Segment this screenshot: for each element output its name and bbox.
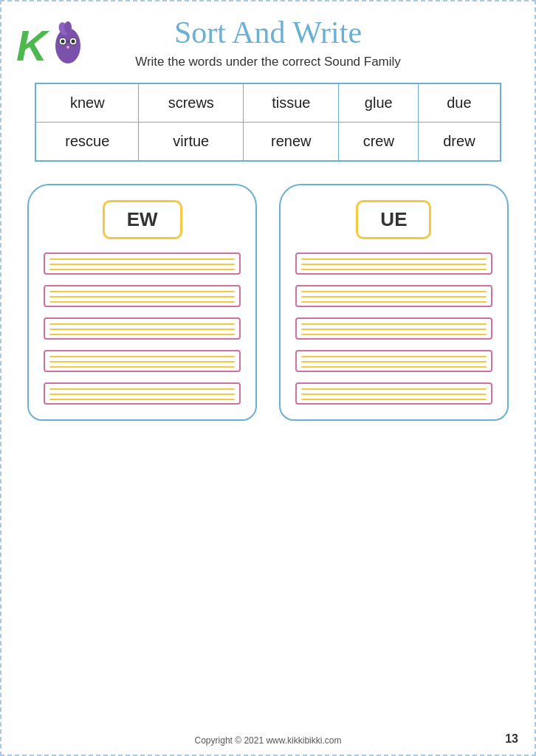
ew-panel: EW [27, 184, 257, 421]
write-box-ew-5[interactable] [44, 382, 241, 405]
write-line [49, 394, 235, 395]
write-line [301, 291, 487, 292]
write-box-ew-2[interactable] [44, 285, 241, 307]
table-row: rescuevirtuerenewcrewdrew [35, 123, 500, 162]
write-line [49, 301, 235, 303]
write-line [301, 399, 487, 400]
write-line [49, 366, 235, 368]
write-line [49, 329, 235, 330]
write-box-ew-4[interactable] [44, 350, 241, 372]
write-line [49, 269, 235, 270]
write-line [301, 356, 487, 357]
write-box-ew-3[interactable] [44, 317, 241, 340]
write-line [301, 323, 487, 325]
ew-label: EW [103, 200, 182, 239]
write-line [301, 394, 487, 395]
table-row: knewscrewstissuegluedue [35, 83, 500, 123]
write-line [301, 296, 487, 298]
write-box-ue-5[interactable] [295, 382, 492, 405]
write-line [49, 399, 235, 400]
write-line [49, 323, 235, 325]
table-cell: knew [35, 83, 138, 123]
panels-container: EW [27, 184, 509, 421]
write-box-ue-1[interactable] [295, 252, 492, 275]
write-line [49, 296, 235, 298]
header: Sort And Write [15, 15, 521, 50]
write-line [301, 301, 487, 303]
write-line [49, 291, 235, 292]
write-box-ue-3[interactable] [295, 317, 492, 340]
write-line [49, 334, 235, 335]
write-line [301, 361, 487, 362]
write-line [49, 258, 235, 260]
table-cell: crew [339, 123, 419, 162]
table-cell: screws [139, 83, 244, 123]
word-table: knewscrewstissueglueduerescuevirtuerenew… [35, 83, 501, 162]
write-line [301, 329, 487, 330]
subtitle: Write the words under the correct Sound … [15, 55, 521, 69]
copyright-text: Copyright © 2021 www.kikkibikki.com [195, 735, 342, 746]
write-line [49, 361, 235, 362]
write-box-ue-2[interactable] [295, 285, 492, 307]
table-cell: rescue [35, 123, 138, 162]
write-line [301, 366, 487, 368]
write-line [301, 264, 487, 265]
write-line [301, 334, 487, 335]
write-line [301, 388, 487, 390]
write-line [49, 388, 235, 390]
table-cell: virtue [139, 123, 244, 162]
page-number: 13 [505, 732, 518, 746]
write-box-ew-1[interactable] [44, 252, 241, 275]
write-box-ue-4[interactable] [295, 350, 492, 372]
write-line [301, 258, 487, 260]
ue-panel: UE [279, 184, 509, 421]
table-cell: renew [244, 123, 339, 162]
table-cell: glue [339, 83, 419, 123]
page: K Sort And Write Write the words under t… [0, 0, 536, 756]
table-cell: tissue [244, 83, 339, 123]
table-cell: due [419, 83, 501, 123]
write-line [49, 264, 235, 265]
ue-label: UE [356, 200, 431, 239]
table-cell: drew [419, 123, 501, 162]
footer: Copyright © 2021 www.kikkibikki.com [1, 735, 535, 746]
page-title: Sort And Write [174, 15, 362, 50]
write-line [49, 356, 235, 357]
write-line [301, 269, 487, 270]
